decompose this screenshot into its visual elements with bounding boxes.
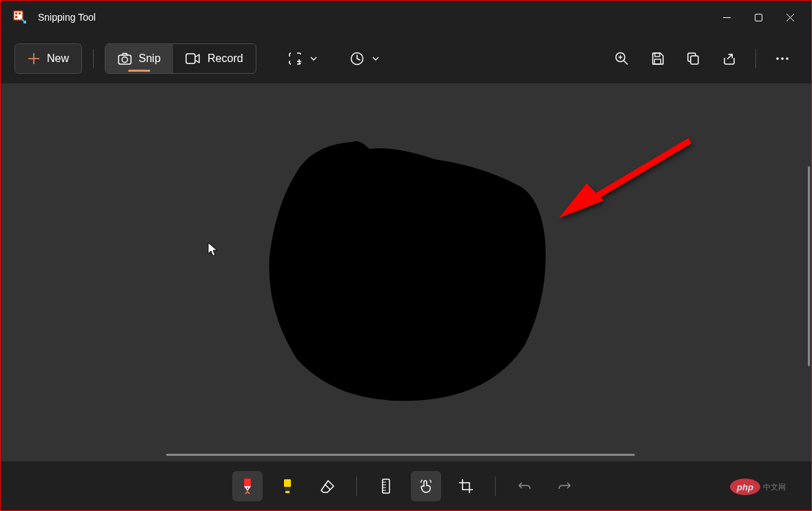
toolbar: New Snip Record (1, 34, 811, 83)
share-icon (722, 52, 736, 66)
save-button[interactable] (642, 43, 673, 74)
svg-line-17 (624, 61, 628, 65)
eraser-tool[interactable] (312, 471, 343, 501)
svg-rect-3 (15, 16, 17, 18)
ink-blob (263, 139, 552, 414)
copy-button[interactable] (678, 43, 709, 74)
mode-segmented: Snip Record (105, 43, 256, 74)
redo-tool[interactable] (549, 471, 580, 501)
svg-rect-29 (284, 479, 291, 487)
delay-dropdown[interactable] (343, 43, 386, 74)
svg-rect-1 (15, 12, 17, 14)
record-mode-button[interactable]: Record (173, 44, 256, 73)
svg-rect-5 (755, 14, 762, 21)
zoom-button[interactable] (607, 43, 637, 74)
vertical-scrollbar[interactable] (808, 166, 810, 366)
ruler-icon (381, 479, 391, 494)
pen-tool[interactable] (232, 471, 263, 501)
undo-tool[interactable] (509, 471, 540, 501)
maximize-button[interactable] (742, 3, 774, 31)
more-icon (776, 57, 789, 60)
new-button-label: New (47, 52, 69, 65)
pen-icon (240, 477, 255, 495)
svg-rect-32 (383, 479, 389, 493)
red-arrow-annotation (556, 135, 700, 225)
chevron-down-icon (310, 57, 317, 61)
horizontal-scrollbar[interactable] (166, 454, 635, 456)
svg-rect-30 (285, 491, 290, 493)
touch-writing-tool[interactable] (411, 471, 441, 501)
crop-tool[interactable] (451, 471, 481, 501)
undo-icon (518, 481, 531, 492)
redo-icon (558, 481, 571, 492)
watermark-subtext: 中文网 (763, 483, 786, 491)
svg-marker-27 (559, 183, 604, 218)
svg-rect-2 (19, 12, 21, 14)
more-button[interactable] (767, 43, 798, 74)
svg-line-31 (325, 484, 330, 490)
highlighter-tool[interactable] (272, 471, 303, 501)
highlighter-icon (281, 479, 294, 494)
clock-icon (350, 52, 364, 66)
share-button[interactable] (714, 43, 744, 74)
watermark: php 中文网 (729, 477, 804, 497)
zoom-icon (615, 52, 629, 66)
plus-icon (28, 52, 40, 65)
mouse-cursor (207, 242, 219, 257)
minimize-button[interactable] (711, 3, 742, 31)
svg-rect-12 (186, 54, 195, 63)
svg-line-26 (583, 141, 690, 204)
svg-point-24 (781, 57, 784, 60)
svg-point-28 (247, 487, 248, 488)
titlebar: Snipping Tool (1, 1, 811, 34)
save-icon (651, 52, 664, 66)
app-icon (12, 9, 28, 26)
ruler-tool[interactable] (371, 471, 401, 501)
close-button[interactable] (774, 3, 806, 31)
camera-icon (118, 52, 132, 65)
svg-point-23 (776, 57, 779, 60)
crop-icon (458, 479, 474, 494)
video-icon (185, 53, 201, 64)
chevron-down-icon (372, 57, 379, 61)
new-button[interactable]: New (14, 43, 82, 74)
divider (755, 49, 756, 68)
svg-rect-22 (691, 56, 698, 64)
divider (93, 49, 94, 68)
canvas-area[interactable] (1, 83, 811, 461)
svg-point-11 (122, 57, 128, 63)
snip-mode-dropdown[interactable] (281, 43, 324, 74)
snip-mode-icon (288, 52, 302, 66)
svg-point-25 (786, 57, 789, 60)
divider (495, 477, 496, 496)
touch-icon (418, 479, 434, 494)
bottom-toolbar (1, 461, 811, 510)
watermark-text: php (736, 482, 753, 492)
eraser-icon (320, 479, 335, 493)
app-title: Snipping Tool (38, 12, 96, 23)
snip-mode-button[interactable]: Snip (105, 44, 173, 73)
divider (356, 477, 357, 496)
record-label: Record (207, 52, 243, 65)
copy-icon (687, 52, 700, 66)
snip-label: Snip (139, 52, 161, 65)
svg-rect-21 (655, 59, 661, 64)
